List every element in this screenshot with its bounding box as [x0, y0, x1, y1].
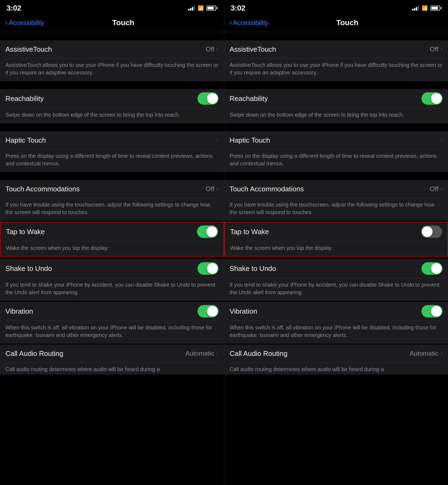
reachability-label-right: Reachability [230, 94, 268, 103]
assistivetouch-right-left: Off › [206, 45, 219, 53]
tap-to-wake-thumb-left [206, 226, 217, 237]
haptic-touch-label-right: Haptic Touch [230, 136, 270, 145]
haptic-touch-desc-left: Press on the display using a different l… [5, 149, 219, 172]
reachability-label-left: Reachability [5, 94, 44, 103]
tap-to-wake-row-left[interactable]: Tap to Wake [6, 222, 218, 241]
assistivetouch-row-right[interactable]: AssistiveTouch Off › AssistiveTouch allo… [224, 40, 448, 81]
shake-undo-row-left[interactable]: Shake to Undo If you tend to shake your … [0, 259, 224, 300]
tap-to-wake-label-right: Tap to Wake [230, 228, 269, 236]
shake-undo-toggle-left[interactable] [197, 262, 219, 275]
shake-undo-desc-left: If you tend to shake your iPhone by acci… [5, 278, 219, 300]
haptic-touch-desc-right: Press on the display using a different l… [230, 149, 443, 172]
haptic-touch-row-right[interactable]: Haptic Touch › Press on the display usin… [224, 131, 448, 172]
reachability-thumb-left [207, 93, 218, 104]
assistivetouch-chevron-right: › [441, 46, 443, 53]
status-icons-left: 📶 [188, 5, 218, 11]
assistivetouch-chevron-left: › [216, 46, 218, 53]
vibration-desc-right: When this switch is off, all vibration o… [230, 321, 443, 343]
wifi-icon-left: 📶 [198, 5, 204, 11]
haptic-touch-row-left[interactable]: Haptic Touch › Press on the display usin… [0, 131, 224, 172]
assistivetouch-label-right: AssistiveTouch [230, 45, 276, 54]
status-bar-right: 3:02 📶 [224, 0, 448, 15]
nav-title-left: Touch [44, 18, 202, 27]
touch-acc-desc-left: If you have trouble using the touchscree… [5, 198, 219, 220]
shake-undo-label-right: Shake to Undo [230, 264, 276, 273]
tap-to-wake-toggle-left[interactable] [197, 225, 218, 238]
vibration-toggle-left[interactable] [197, 305, 219, 317]
touch-acc-label-left: Touch Accommodations [5, 185, 80, 193]
call-audio-desc-left: Call audio routing determines where audi… [5, 363, 219, 375]
status-time-right: 3:02 [231, 4, 245, 12]
call-audio-label-left: Call Audio Routing [5, 349, 63, 358]
battery-icon-left [206, 6, 218, 11]
tap-to-wake-highlight-left: Tap to Wake Wake the screen when you tap… [0, 222, 224, 257]
reachability-desc-right: Swipe down on the bottom edge of the scr… [230, 108, 443, 123]
shake-undo-desc-right: If you tend to shake your iPhone by acci… [230, 278, 443, 300]
call-audio-chevron-left: › [216, 350, 218, 357]
call-audio-value-right: Automatic [410, 350, 439, 357]
back-button-left[interactable]: ‹ Accessibility [5, 19, 44, 27]
nav-title-right: Touch [268, 18, 426, 27]
assistivetouch-row-left[interactable]: AssistiveTouch Off › AssistiveTouch allo… [0, 40, 224, 81]
left-panel: 3:02 📶 ‹ Accessibility Touch [0, 0, 224, 485]
reachability-toggle-right[interactable] [421, 92, 443, 105]
shake-undo-row-right[interactable]: Shake to Undo If you tend to shake your … [224, 259, 448, 300]
call-audio-label-right: Call Audio Routing [230, 349, 288, 358]
reachability-desc-left: Swipe down on the bottom edge of the scr… [5, 108, 219, 123]
vibration-toggle-right[interactable] [421, 305, 443, 317]
vibration-row-left[interactable]: Vibration When this switch is off, all v… [0, 302, 224, 343]
status-icons-right: 📶 [412, 5, 442, 11]
assistivetouch-desc-left: AssistiveTouch allows you to use your iP… [5, 58, 219, 81]
shake-undo-toggle-right[interactable] [421, 262, 443, 275]
touch-acc-chevron-left: › [216, 185, 218, 192]
back-chevron-icon-left: ‹ [5, 19, 8, 26]
tap-to-wake-highlight-right: Tap to Wake Wake the screen when you tap… [224, 222, 448, 257]
call-audio-desc-right: Call audio routing determines where audi… [230, 363, 443, 375]
call-audio-row-left[interactable]: Call Audio Routing Automatic › Call audi… [0, 345, 224, 375]
tap-to-wake-row-right[interactable]: Tap to Wake [230, 222, 442, 241]
touch-acc-value-right: Off [430, 185, 439, 193]
call-audio-row-right[interactable]: Call Audio Routing Automatic › Call audi… [224, 345, 448, 375]
vibration-desc-left: When this switch is off, all vibration o… [5, 321, 219, 343]
shake-undo-label-left: Shake to Undo [5, 264, 52, 273]
gap-top-left [0, 32, 224, 40]
vibration-label-left: Vibration [5, 307, 33, 316]
status-time-left: 3:02 [6, 4, 21, 12]
signal-icon-right [412, 6, 419, 11]
tap-to-wake-toggle-right[interactable] [421, 225, 442, 238]
battery-icon-right [430, 6, 442, 11]
nav-header-left: ‹ Accessibility Touch [0, 15, 224, 32]
touch-acc-right-left: Off › [206, 185, 219, 193]
back-chevron-icon-right: ‹ [230, 19, 232, 26]
call-audio-value-left: Automatic [185, 350, 214, 357]
call-audio-right-left: Automatic › [185, 350, 218, 357]
back-label-right: Accessibility [233, 19, 268, 27]
touch-acc-value-left: Off [206, 185, 215, 193]
back-label-left: Accessibility [9, 19, 44, 27]
tap-to-wake-desc-right: Wake the screen when you tap the display… [230, 241, 442, 256]
touch-acc-row-left[interactable]: Touch Accommodations Off › If you have t… [0, 180, 224, 220]
vibration-row-right[interactable]: Vibration When this switch is off, all v… [224, 302, 448, 343]
haptic-touch-label-left: Haptic Touch [5, 136, 46, 145]
touch-acc-chevron-right: › [441, 185, 443, 192]
reachability-row-right[interactable]: Reachability Swipe down on the bottom ed… [224, 89, 448, 123]
nav-header-right: ‹ Accessibility Touch [224, 15, 448, 32]
back-button-right[interactable]: ‹ Accessibility [230, 19, 268, 27]
haptic-touch-right-left: › [216, 137, 218, 144]
reachability-toggle-left[interactable] [197, 92, 219, 105]
vibration-label-right: Vibration [230, 307, 257, 316]
assistivetouch-label-left: AssistiveTouch [5, 45, 52, 54]
assistivetouch-value-right: Off [430, 45, 439, 53]
assistivetouch-value-left: Off [206, 45, 215, 53]
reachability-row-left[interactable]: Reachability Swipe down on the bottom ed… [0, 89, 224, 123]
status-bar-left: 3:02 📶 [0, 0, 224, 15]
touch-acc-desc-right: If you have trouble using the touchscree… [230, 198, 443, 220]
touch-acc-row-right[interactable]: Touch Accommodations Off › If you have t… [224, 180, 448, 220]
haptic-touch-chevron-left: › [216, 137, 218, 144]
haptic-touch-chevron-right: › [441, 137, 443, 144]
wifi-icon-right: 📶 [422, 5, 428, 11]
touch-acc-label-right: Touch Accommodations [230, 185, 304, 193]
signal-icon-left [188, 6, 195, 11]
tap-to-wake-desc-left: Wake the screen when you tap the display… [6, 241, 218, 256]
assistivetouch-desc-right: AssistiveTouch allows you to use your iP… [230, 58, 443, 81]
